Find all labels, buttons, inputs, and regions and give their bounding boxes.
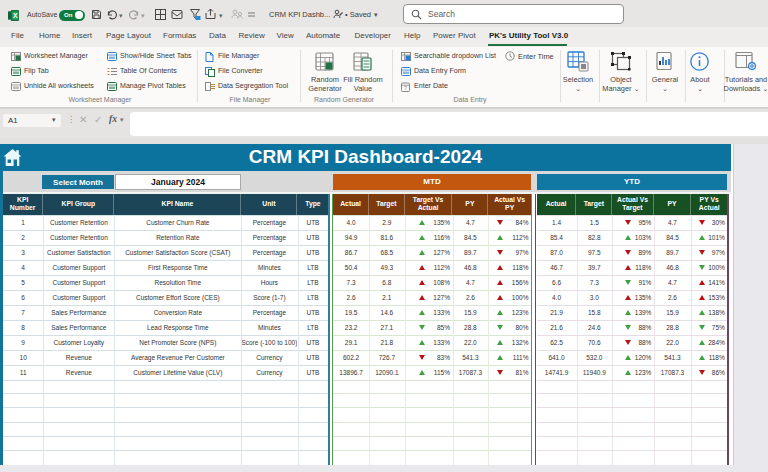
svg-text:7: 7 [404,85,407,91]
svg-text:X: X [13,12,18,19]
